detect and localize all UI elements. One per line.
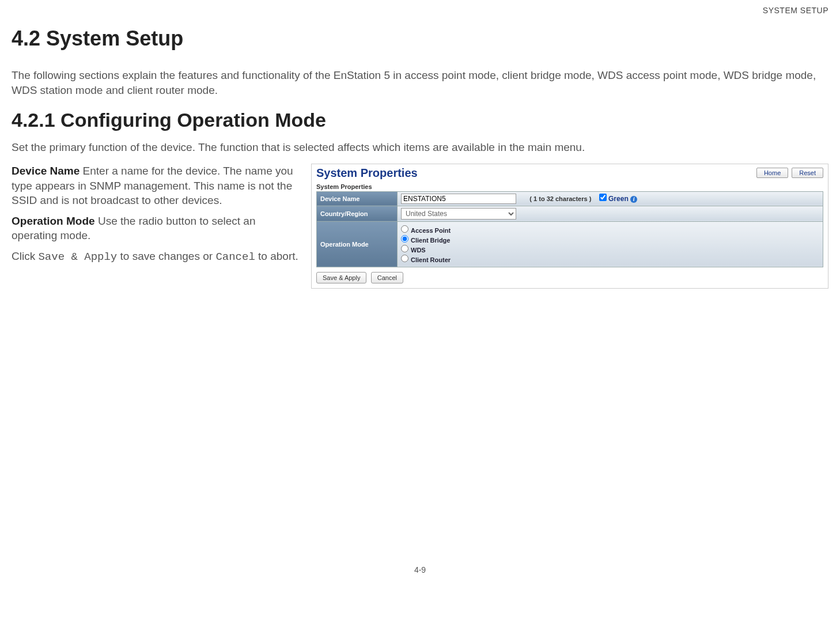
save-apply-mono: Save & Apply [38, 251, 117, 263]
radio-access-point[interactable] [401, 225, 408, 233]
operation-mode-row: Operation Mode Access Point Client Bridg… [317, 221, 823, 267]
device-name-label: Device Name [12, 165, 80, 177]
op-cr-label: Client Router [411, 256, 451, 263]
device-name-row: Device Name ( 1 to 32 characters ) Green… [317, 191, 823, 206]
subsection-heading: 4.2.1 Configuring Operation Mode [12, 109, 828, 131]
country-region-select[interactable]: United States [401, 208, 516, 220]
reset-button[interactable]: Reset [792, 168, 823, 178]
system-properties-panel: System Properties Home Reset System Prop… [311, 164, 828, 289]
save-cancel-desc: Click Save & Apply to save changes or Ca… [12, 249, 300, 265]
info-icon[interactable]: i [630, 196, 637, 203]
country-region-row: Country/Region United States [317, 206, 823, 221]
section-heading: 4.2 System Setup [12, 27, 828, 51]
operation-mode-label: Operation Mode [12, 215, 95, 227]
cancel-mono: Cancel [215, 251, 255, 263]
op-ap-label: Access Point [411, 227, 451, 234]
device-name-desc: Device Name Enter a name for the device.… [12, 164, 300, 208]
device-name-hint: ( 1 to 32 characters ) [529, 195, 591, 202]
operation-mode-row-label: Operation Mode [317, 221, 398, 267]
section-number: 4.2 [12, 27, 40, 50]
green-label: Green [608, 195, 629, 203]
click-prefix: Click [12, 250, 38, 262]
country-region-label: Country/Region [317, 206, 398, 221]
panel-subtitle: System Properties [316, 183, 823, 190]
subsection-paragraph: Set the primary function of the device. … [12, 140, 828, 155]
panel-title: System Properties [316, 167, 418, 180]
op-client-bridge[interactable]: Client Bridge [401, 234, 819, 244]
op-access-point[interactable]: Access Point [401, 225, 819, 234]
home-button[interactable]: Home [756, 168, 788, 178]
device-name-row-label: Device Name [317, 191, 398, 206]
radio-client-router[interactable] [401, 255, 408, 262]
page-number: 4-9 [12, 565, 828, 574]
intro-paragraph: The following sections explain the featu… [12, 68, 828, 97]
op-client-router[interactable]: Client Router [401, 254, 819, 264]
properties-table: Device Name ( 1 to 32 characters ) Green… [316, 191, 823, 267]
radio-wds[interactable] [401, 245, 408, 252]
section-title-text: System Setup [46, 27, 183, 50]
save-apply-button[interactable]: Save & Apply [316, 272, 366, 283]
description-column: Device Name Enter a name for the device.… [12, 164, 300, 271]
running-header: SYSTEM SETUP [12, 6, 828, 15]
cancel-button[interactable]: Cancel [371, 272, 403, 283]
subsection-title-text: Configuring Operation Mode [60, 109, 326, 131]
green-checkbox[interactable] [599, 194, 607, 201]
op-cb-label: Client Bridge [411, 237, 450, 244]
device-name-input[interactable] [401, 194, 516, 204]
op-wds[interactable]: WDS [401, 244, 819, 254]
subsection-number: 4.2.1 [12, 109, 55, 131]
radio-client-bridge[interactable] [401, 235, 408, 243]
click-mid: to save changes or [117, 250, 215, 262]
operation-mode-desc: Operation Mode Use the radio button to s… [12, 214, 300, 243]
click-suffix: to abort. [255, 250, 298, 262]
op-wds-label: WDS [411, 247, 426, 254]
